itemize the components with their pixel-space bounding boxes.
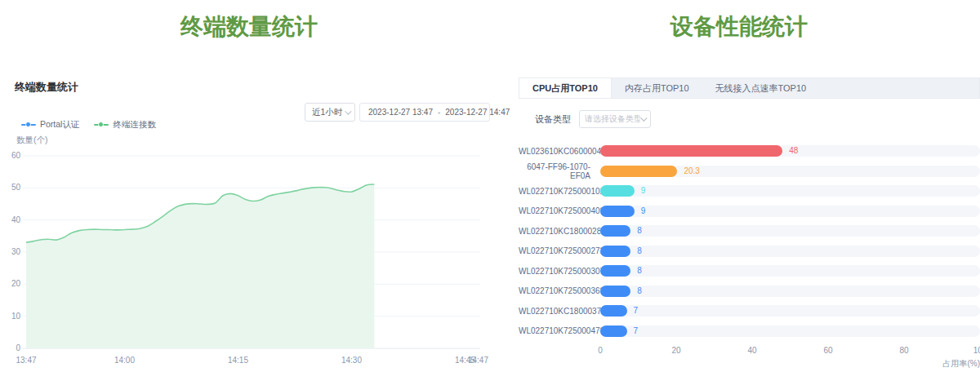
bar-track [600,286,980,297]
bar-trackwrap: 7 [600,326,980,337]
legend-marker-icon [21,122,36,128]
x-tick-label: 14:30 [341,356,362,365]
bar-row: 6047-FF96-1070-EF0A20.3 [519,162,980,182]
axis-spacer [519,346,600,356]
x-axis-name: 占用率(%) [519,358,980,370]
bar-trackwrap: 8 [600,286,980,297]
bar-category-label: WL023610KC06000043 [519,147,590,156]
bar-row: WL022710KC180002808 [519,221,980,241]
bar-fill [600,265,630,277]
device-type-row: 设备类型 请选择设备类型 [535,110,980,128]
legend-label: Portal认证 [40,119,79,131]
bar-trackwrap: 9 [600,185,980,197]
bar-trackwrap: 8 [600,265,980,277]
tab-bar: CPU占用TOP10内存占用TOP10无线接入点速率TOP10 [519,78,980,99]
bar-fill [600,206,635,217]
bar-trackwrap: 48 [600,145,980,157]
bar-row: WL022710K7250004099 [519,202,980,222]
y-tick-label: 40 [11,215,21,224]
bar-category-label: WL022710K725000272 [519,246,590,255]
tab-内存占用TOP10[interactable]: 内存占用TOP10 [612,78,702,98]
bar-value-label: 48 [789,146,798,155]
bar-track [600,326,980,337]
y-tick-label: 30 [11,247,21,256]
x-tick-label: 13:47 [16,356,36,365]
date-range-picker[interactable]: 2023-12-27 13:47 - 2023-12-27 14:47 [359,103,490,122]
bar-value-label: 7 [634,326,639,335]
bar-category-label: WL022710K725000307 [519,267,590,276]
tab-无线接入点速率TOP10[interactable]: 无线接入点速率TOP10 [702,78,820,98]
x-axis: 020406080100 [519,346,980,356]
x-tick-label: 100 [973,346,980,355]
bar-fill [600,246,630,257]
bar-track [600,185,980,197]
bar-category-label: WL022710K725000470 [519,326,590,335]
y-tick-label: 0 [16,343,20,352]
x-tick-label: 40 [747,346,756,355]
chart-legend: Portal认证终端连接数 [21,119,156,131]
x-tick-label: 60 [823,346,832,355]
right-section-heading: 设备性能统计 [498,11,980,42]
bar-fill [600,305,627,317]
bar-trackwrap: 7 [600,305,980,317]
bar-track [600,206,980,217]
tab-CPU占用TOP10[interactable]: CPU占用TOP10 [519,78,612,98]
bar-row: WL022710K7250003078 [519,261,980,281]
bar-row: WL022710K7250003698 [519,281,980,302]
bar-track [600,246,980,257]
legend-item[interactable]: Portal认证 [21,119,79,131]
bar-category-label: WL022710KC18000280 [519,227,590,236]
device-type-placeholder: 请选择设备类型 [585,113,640,125]
y-axis-name: 数量(个) [16,135,48,146]
bar-fill [600,286,630,297]
x-tick-label: 14:15 [228,356,248,365]
device-perf-panel: CPU占用TOP10内存占用TOP10无线接入点速率TOP10 设备类型 请选择… [519,78,980,370]
x-tick-label: 20 [671,346,680,355]
device-type-label: 设备类型 [535,113,571,126]
bar-trackwrap: 20.3 [600,166,980,177]
bar-track [600,305,980,317]
bar-value-label: 7 [634,306,639,315]
bar-value-label: 9 [641,186,646,195]
date-range-start: 2023-12-27 13:47 [368,108,433,117]
y-tick-label: 10 [11,312,21,321]
bar-fill [600,225,630,237]
bar-fill [600,185,635,197]
bar-row: WL022710K7250001029 [519,181,980,202]
bar-row: WL022710K7250002728 [519,241,980,262]
bar-row: WL022710K7250004707 [519,321,980,342]
bar-category-label: WL022710KC18000372 [519,307,590,316]
date-range-end: 2023-12-27 14:47 [445,108,510,117]
axis-ticks: 020406080100 [600,346,980,356]
device-type-select[interactable]: 请选择设备类型 [579,110,651,128]
x-tick-label: 14:47 [468,356,488,365]
legend-item[interactable]: 终端连接数 [94,119,156,131]
chevron-down-icon [640,114,647,121]
bar-trackwrap: 8 [600,225,980,237]
bar-category-label: WL022710K725000409 [519,206,590,215]
y-tick-label: 60 [11,151,21,160]
dashboard-page: 终端数量统计 设备性能统计 终端数量统计 近1小时 2023-12-27 13:… [0,0,980,372]
x-tick-label: 0 [598,346,603,355]
bar-value-label: 20.3 [684,166,699,175]
y-tick-label: 50 [11,183,21,192]
bar-value-label: 8 [637,226,642,235]
date-range-separator: - [436,108,442,117]
chevron-down-icon [345,108,351,114]
left-section-heading: 终端数量统计 [0,11,498,42]
bar-track [600,265,980,277]
panel-title: 终端数量统计 [15,80,78,95]
legend-label: 终端连接数 [113,119,156,131]
series-area-终端连接数 [26,184,374,348]
y-tick-label: 20 [11,279,21,288]
bar-category-label: WL022710K725000102 [519,187,590,196]
bar-category-label: 6047-FF96-1070-EF0A [519,162,590,180]
legend-marker-icon [94,122,109,128]
bar-trackwrap: 9 [600,206,980,217]
bar-fill [600,326,627,337]
x-tick-label: 80 [899,346,908,355]
time-range-select[interactable]: 近1小时 [305,103,355,122]
bar-fill [600,145,782,157]
bar-fill [600,166,677,177]
terminal-count-area-chart: 010203040506013:4714:0014:1514:3014:4514… [0,149,490,372]
